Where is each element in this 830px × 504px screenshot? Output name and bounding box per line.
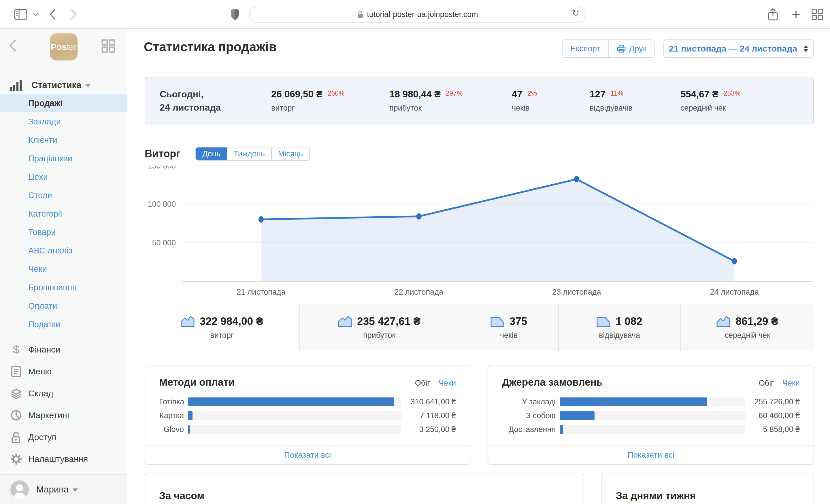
sidebar-item-abc-analysis[interactable]: АВС-аналіз xyxy=(0,241,127,260)
sidebar-item-marketing[interactable]: Маркетинг xyxy=(0,404,127,426)
tab-month[interactable]: Місяць xyxy=(271,147,309,160)
pie-chart-icon xyxy=(10,409,23,421)
sidebar-item-tables[interactable]: Столи xyxy=(0,186,127,204)
user-name: Марина xyxy=(36,484,69,495)
tab-turnover[interactable]: Обіг xyxy=(415,379,430,388)
header-buttons: Експорт Друк xyxy=(562,39,655,58)
stat-avg-receipt: 554,67 ₴-253% середній чек xyxy=(680,89,741,112)
sidebar-item-label: Статистика xyxy=(31,80,81,91)
chart-title: Виторг xyxy=(145,148,181,160)
tab-turnover[interactable]: Обіг xyxy=(759,379,774,388)
print-button[interactable]: Друк xyxy=(608,40,655,57)
total-receipts-tile[interactable]: 375 чеків xyxy=(459,304,558,351)
new-tab-icon[interactable]: + xyxy=(787,0,805,29)
total-visitors-tile[interactable]: 1 082 відвідувача xyxy=(558,304,680,351)
share-icon[interactable] xyxy=(764,0,781,29)
bar-track xyxy=(560,397,745,406)
collapse-sidebar-icon[interactable] xyxy=(9,39,17,53)
sidebar-item-finance[interactable]: $ Фінанси xyxy=(0,339,127,361)
by-weekday-panel: За днями тижня xyxy=(602,473,814,504)
tab-day[interactable]: День xyxy=(196,147,226,160)
caret-down-icon xyxy=(73,489,78,492)
sidebar-item-payments[interactable]: Оплати xyxy=(0,297,127,315)
svg-text:50 000: 50 000 xyxy=(152,238,176,247)
today-date: Сьогодні, 24 листопада xyxy=(160,88,221,114)
dollar-icon: $ xyxy=(10,343,23,356)
sidebar: Poster Статистика Продажі Заклади Клієнт… xyxy=(0,29,127,504)
sidebar-item-menu[interactable]: Меню xyxy=(0,361,127,382)
stat-receipts: 47-2% чеків xyxy=(512,89,537,112)
area-chart-icon xyxy=(716,316,730,327)
layers-icon xyxy=(10,388,23,399)
sidebar-item-categories[interactable]: Категорії xyxy=(0,204,127,223)
show-all-link[interactable]: Показати всі xyxy=(145,445,470,464)
back-icon[interactable] xyxy=(45,0,60,29)
unlock-icon xyxy=(10,431,23,443)
reload-icon[interactable]: ↻ xyxy=(572,8,579,18)
browser-toolbar: tutorial-poster-ua.joinposter.com ↻ + xyxy=(0,0,830,29)
stat-revenue: 26 069,50 ₴-260% виторг xyxy=(271,89,344,112)
url-text: tutorial-poster-ua.joinposter.com xyxy=(367,10,478,19)
sidebar-item-taxes[interactable]: Податки xyxy=(0,315,127,334)
address-bar[interactable]: tutorial-poster-ua.joinposter.com ↻ xyxy=(249,6,586,23)
bar-fill xyxy=(560,397,707,406)
stat-visitors: 127-11% відвідувачів xyxy=(589,89,633,112)
user-menu[interactable]: Марина xyxy=(0,474,127,504)
delta-badge: -260% xyxy=(325,90,344,97)
delta-badge: -253% xyxy=(721,90,740,97)
area-chart-icon xyxy=(490,316,504,327)
bar-fill xyxy=(560,425,563,434)
bar-track xyxy=(560,425,745,434)
total-revenue-tile[interactable]: 322 984,00 ₴ виторг xyxy=(145,304,299,351)
tab-receipts[interactable]: Чеки xyxy=(783,379,800,388)
total-avg-receipt-tile[interactable]: 861,29 ₴ середній чек xyxy=(680,304,814,351)
sidebar-toggle-icon[interactable] xyxy=(12,0,29,29)
order-sources-panel: Джерела замовлень Обіг Чеки У закладі 25… xyxy=(488,365,814,465)
printer-icon xyxy=(617,45,626,53)
svg-text:23 листопада: 23 листопада xyxy=(552,288,601,296)
panel-title: Методи оплати xyxy=(159,376,234,388)
forward-icon[interactable] xyxy=(66,0,81,29)
sidebar-item-stock[interactable]: Склад xyxy=(0,382,127,404)
bar-track xyxy=(188,425,401,434)
poster-logo[interactable]: Poster xyxy=(50,33,77,61)
select-arrows-icon xyxy=(803,45,808,52)
bar-track xyxy=(560,411,745,420)
statistics-submenu: Продажі Заклади Клієнти Працівники Цехи … xyxy=(0,94,127,334)
source-row-takeaway: З собою 60 460,00 ₴ xyxy=(502,409,800,423)
sidebar-item-locations[interactable]: Заклади xyxy=(0,112,127,131)
sidebar-item-receipts[interactable]: Чеки xyxy=(0,260,127,278)
tab-week[interactable]: Тиждень xyxy=(227,147,271,160)
tab-receipts[interactable]: Чеки xyxy=(439,379,456,388)
lock-icon xyxy=(357,10,363,19)
bar-track xyxy=(188,397,401,406)
sidebar-item-workshops[interactable]: Цехи xyxy=(0,168,127,186)
svg-text:150 000: 150 000 xyxy=(148,166,176,170)
sidebar-item-access[interactable]: Доступ xyxy=(0,426,127,448)
date-range-select[interactable]: 21 листопада — 24 листопада xyxy=(663,39,813,58)
sidebar-item-statistics[interactable]: Статистика xyxy=(0,77,127,94)
revenue-chart-svg: 150 000100 00050 00021 листопада22 листо… xyxy=(145,166,813,300)
delta-badge: -297% xyxy=(444,90,462,97)
main-content: Статистика продажів Експорт Друк 21 лист… xyxy=(128,29,830,504)
chevron-down-icon[interactable] xyxy=(31,0,41,29)
sidebar-item-clients[interactable]: Клієнти xyxy=(0,131,127,149)
page-title: Статистика продажів xyxy=(144,40,277,54)
tab-overview-icon[interactable] xyxy=(809,0,826,29)
sidebar-item-settings[interactable]: Налаштування xyxy=(0,448,127,470)
bar-fill xyxy=(188,397,394,406)
total-profit-tile[interactable]: 235 427,61 ₴ прибуток xyxy=(299,304,459,351)
show-all-link[interactable]: Показати всі xyxy=(488,445,813,464)
sidebar-item-employees[interactable]: Працівники xyxy=(0,149,127,168)
svg-text:100 000: 100 000 xyxy=(148,200,176,208)
sidebar-item-products[interactable]: Товари xyxy=(0,223,127,241)
sidebar-item-sales[interactable]: Продажі xyxy=(0,94,127,112)
privacy-shield-icon[interactable] xyxy=(228,0,242,29)
sidebar-item-reservations[interactable]: Бронювання xyxy=(0,278,127,297)
area-chart-icon xyxy=(597,316,610,327)
svg-text:24 листопада: 24 листопада xyxy=(710,288,759,296)
payment-row-cash: Готівка 310 641,00 ₴ xyxy=(159,395,456,409)
panel-title: Джерела замовлень xyxy=(502,376,603,388)
export-button[interactable]: Експорт xyxy=(563,40,608,57)
apps-grid-icon[interactable] xyxy=(101,39,115,53)
